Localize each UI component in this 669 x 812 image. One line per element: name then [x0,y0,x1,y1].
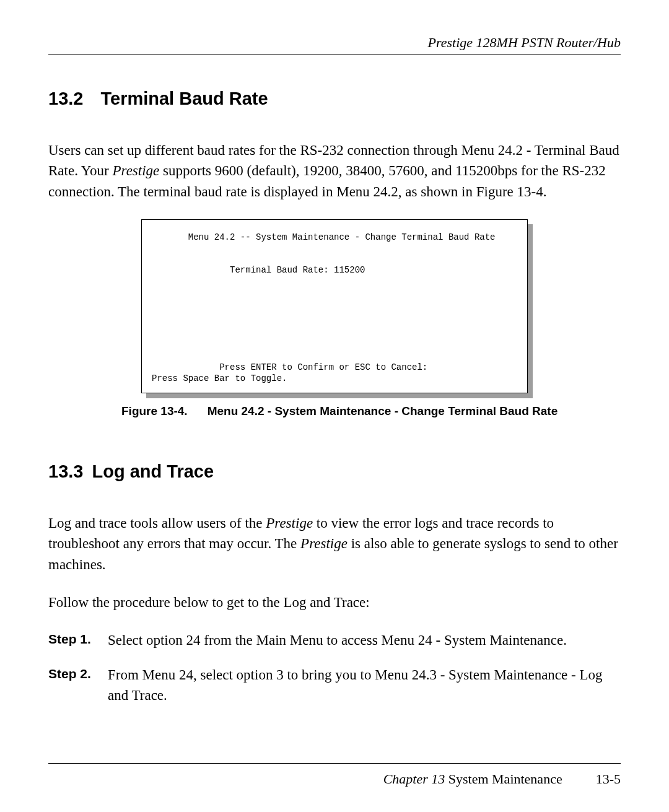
section-title: Terminal Baud Rate [100,89,268,108]
page-footer: Chapter 13 System Maintenance 13-5 [48,763,621,787]
prestige-term: Prestige [300,536,348,551]
figure-label: Figure 13-4. [121,404,188,418]
step-text: From Menu 24, select option 3 to bring y… [108,665,621,706]
figure-caption: Figure 13-4.Menu 24.2 - System Maintenan… [48,404,621,418]
section-13-3-heading: 13.3Log and Trace [48,461,621,482]
prestige-term: Prestige [113,163,160,178]
footer-chapter: Chapter 13 System Maintenance [383,771,562,787]
figure-caption-text: Menu 24.2 - System Maintenance - Change … [208,404,558,417]
step-item: Step 2. From Menu 24, select option 3 to… [48,665,621,706]
step-item: Step 1. Select option 24 from the Main M… [48,630,621,650]
terminal-confirm-line: Press ENTER to Confirm or ESC to Cancel: [152,362,427,372]
section-title: Log and Trace [92,461,214,481]
footer-rule [48,763,621,764]
prestige-term: Prestige [266,515,313,531]
section-13-3-paragraph-2: Follow the procedure below to get to the… [48,592,621,613]
terminal-value-line: Terminal Baud Rate: 115200 [152,265,365,275]
footer-page-number: 13-5 [596,771,621,787]
page: Prestige 128MH PSTN Router/Hub 13.2Termi… [0,0,669,812]
step-label: Step 2. [48,665,108,706]
terminal-figure: Menu 24.2 -- System Maintenance - Change… [141,219,528,393]
step-list: Step 1. Select option 24 from the Main M… [48,630,621,705]
step-text: Select option 24 from the Main Menu to a… [108,630,621,650]
terminal-toggle-line: Press Space Bar to Toggle. [152,373,287,383]
footer-line: Chapter 13 System Maintenance 13-5 [48,771,621,787]
running-header: Prestige 128MH PSTN Router/Hub [48,35,621,51]
header-rule [48,55,621,55]
section-13-3-paragraph-1: Log and trace tools allow users of the P… [48,513,621,575]
step-label: Step 1. [48,630,108,650]
section-13-2-heading: 13.2Terminal Baud Rate [48,89,621,109]
terminal-title-line: Menu 24.2 -- System Maintenance - Change… [152,232,496,242]
section-number: 13.2 [48,89,83,109]
section-number: 13.3 [48,461,83,482]
section-13-2-paragraph: Users can set up different baud rates fo… [48,140,621,202]
terminal-screen: Menu 24.2 -- System Maintenance - Change… [141,219,528,393]
